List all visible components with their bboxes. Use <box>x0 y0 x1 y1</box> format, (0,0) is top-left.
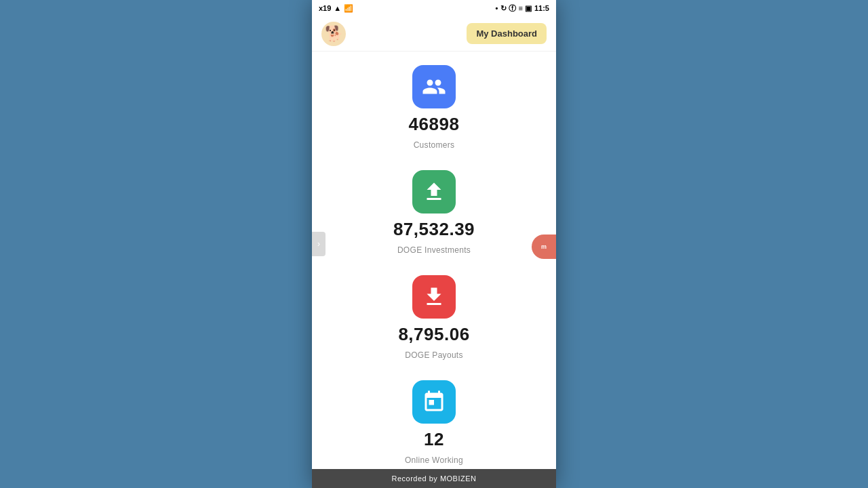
investments-label: DOGE Investments <box>397 245 471 255</box>
payouts-number: 8,795.06 <box>398 324 469 345</box>
signal-icon: ▲ <box>334 4 341 12</box>
phone-frame: x19 ▲ 📶 • ↻ ⓕ ≡ ▣ 11:5 🐕 My Dashboard <box>312 0 556 488</box>
doge-emoji: 🐕 <box>325 25 343 43</box>
dot-indicator: • <box>496 4 498 12</box>
left-arrow[interactable]: › <box>312 232 326 256</box>
chevron-right-icon: › <box>317 239 320 249</box>
payouts-label: DOGE Payouts <box>405 350 463 360</box>
dashboard-button[interactable]: My Dashboard <box>467 23 547 44</box>
wifi-icon: 📶 <box>344 4 353 13</box>
customers-label: Customers <box>414 140 455 150</box>
logo-area: 🐕 <box>321 22 346 46</box>
bottom-bar: Recorded by MOBIZEN <box>312 469 556 488</box>
recorded-by-label: Recorded by MOBIZEN <box>391 474 476 483</box>
investments-icon-bg <box>412 170 456 214</box>
time-display: 11:5 <box>534 4 549 12</box>
float-label: m <box>541 243 547 250</box>
online-working-number: 12 <box>424 429 444 450</box>
customers-card: 46898 Customers <box>326 65 542 150</box>
online-working-label: Online Working <box>405 455 463 465</box>
online-working-card: 12 Online Working <box>326 380 542 465</box>
investments-number: 87,532.39 <box>393 219 475 240</box>
calendar-icon <box>422 390 446 414</box>
status-carrier: x19 <box>319 4 331 12</box>
right-background <box>556 0 868 488</box>
investments-card: 87,532.39 DOGE Investments <box>326 170 542 255</box>
status-icons: ↻ ⓕ ≡ ▣ <box>500 3 532 14</box>
customers-number: 46898 <box>409 114 460 135</box>
customers-icon-bg <box>412 65 456 108</box>
left-background <box>0 0 312 488</box>
download-icon <box>422 285 446 309</box>
online-icon-bg <box>412 380 456 424</box>
status-left: x19 ▲ 📶 <box>319 4 353 13</box>
right-float-button[interactable]: m <box>532 235 556 259</box>
status-right: • ↻ ⓕ ≡ ▣ 11:5 <box>496 3 549 14</box>
payouts-icon-bg <box>412 275 456 319</box>
status-bar: x19 ▲ 📶 • ↻ ⓕ ≡ ▣ 11:5 <box>312 0 556 16</box>
payouts-card: 8,795.06 DOGE Payouts <box>326 275 542 360</box>
upload-icon <box>422 180 446 204</box>
users-icon <box>422 75 446 99</box>
doge-logo: 🐕 <box>321 22 346 46</box>
top-nav: 🐕 My Dashboard <box>312 16 556 52</box>
main-content: 46898 Customers 87,532.39 DOGE Investmen… <box>312 52 556 469</box>
